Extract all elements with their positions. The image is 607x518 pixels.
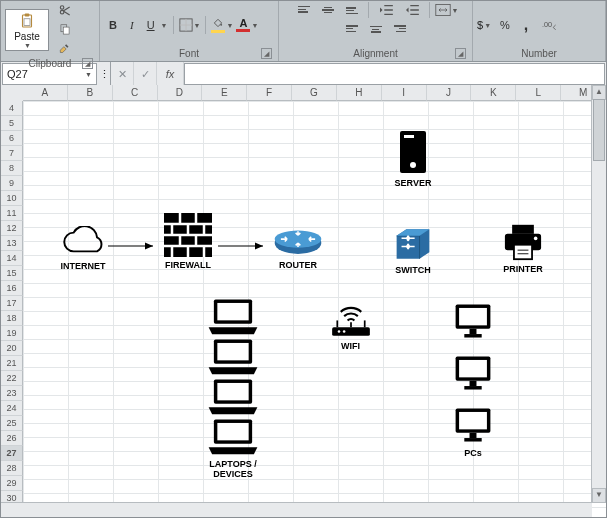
bold-button[interactable]: B — [104, 16, 122, 34]
row-header[interactable]: 28 — [1, 461, 23, 476]
row-header[interactable]: 18 — [1, 311, 23, 326]
column-headers[interactable]: ABCDEFGHIJKLM — [23, 85, 606, 101]
row-header[interactable]: 7 — [1, 146, 23, 161]
underline-button[interactable]: U — [142, 17, 160, 33]
cancel-formula-button[interactable]: ✕ — [111, 62, 134, 86]
align-center-button[interactable] — [365, 22, 387, 35]
row-header[interactable]: 26 — [1, 431, 23, 446]
number-group-label: Number — [521, 48, 557, 59]
row-header[interactable]: 29 — [1, 476, 23, 491]
column-header[interactable]: G — [292, 85, 337, 101]
merge-button[interactable]: ▼ — [435, 2, 459, 18]
scroll-down-arrow[interactable]: ▼ — [592, 488, 606, 503]
row-header[interactable]: 14 — [1, 251, 23, 266]
row-header[interactable]: 24 — [1, 401, 23, 416]
svg-rect-52 — [217, 383, 248, 400]
row-header[interactable]: 19 — [1, 326, 23, 341]
fill-color-button[interactable]: ▼ — [211, 16, 233, 34]
row-header[interactable]: 11 — [1, 206, 23, 221]
worksheet[interactable]: ABCDEFGHIJKLM 45678910111213141516171819… — [1, 85, 606, 517]
clipboard-dialog-launcher[interactable]: ◢ — [82, 58, 93, 69]
align-bottom-button[interactable] — [341, 2, 363, 18]
diagram-switch[interactable]: SWITCH — [386, 226, 440, 275]
scroll-thumb[interactable] — [593, 99, 605, 161]
diagram-internet[interactable]: INTERNET — [53, 226, 113, 271]
increase-indent-button[interactable] — [400, 2, 424, 18]
align-middle-button[interactable] — [317, 2, 339, 18]
format-painter-button[interactable] — [53, 40, 77, 58]
diagram-router[interactable]: ROUTER — [268, 229, 328, 270]
column-header[interactable]: D — [158, 85, 203, 101]
font-color-button[interactable]: A▼ — [236, 16, 258, 34]
diagram-server[interactable]: SERVER — [388, 129, 438, 188]
row-header[interactable]: 16 — [1, 281, 23, 296]
row-header[interactable]: 17 — [1, 296, 23, 311]
indent-icon — [405, 4, 419, 16]
accept-formula-button[interactable]: ✓ — [134, 62, 157, 86]
align-right-button[interactable] — [389, 22, 411, 35]
diagram-pcs[interactable]: PCs — [448, 301, 498, 458]
diagram-laptops[interactable]: LAPTOPS / DEVICES — [193, 296, 273, 479]
column-header[interactable]: E — [202, 85, 247, 101]
row-header[interactable]: 22 — [1, 371, 23, 386]
row-header[interactable]: 9 — [1, 176, 23, 191]
select-all-corner[interactable] — [1, 85, 24, 102]
font-dialog-launcher[interactable]: ◢ — [261, 48, 272, 59]
diagram-firewall[interactable]: FIREWALL — [158, 213, 218, 270]
row-header[interactable]: 23 — [1, 386, 23, 401]
increase-decimal-button[interactable]: .00 — [537, 17, 563, 33]
increase-decimal-icon: .00 — [542, 19, 558, 31]
svg-text:.00: .00 — [542, 20, 552, 29]
alignment-dialog-launcher[interactable]: ◢ — [455, 48, 466, 59]
svg-rect-60 — [459, 360, 487, 377]
scissors-icon — [58, 4, 72, 18]
diagram-printer[interactable]: PRINTER — [493, 223, 553, 274]
column-header[interactable]: B — [68, 85, 113, 101]
row-header[interactable]: 15 — [1, 266, 23, 281]
chevron-down-icon[interactable]: ▼ — [161, 22, 168, 29]
scroll-up-arrow[interactable]: ▲ — [592, 85, 606, 100]
row-header[interactable]: 12 — [1, 221, 23, 236]
align-left-button[interactable] — [341, 22, 363, 35]
row-header[interactable]: 21 — [1, 356, 23, 371]
comma-button[interactable]: , — [519, 14, 533, 36]
italic-button[interactable]: I — [125, 16, 139, 34]
fx-icon[interactable]: fx — [157, 62, 184, 86]
cut-button[interactable] — [53, 2, 77, 20]
svg-point-43 — [337, 330, 340, 333]
currency-button[interactable]: $▼ — [477, 19, 491, 31]
paintbrush-icon — [58, 42, 72, 56]
column-header[interactable]: H — [337, 85, 382, 101]
formula-input[interactable] — [184, 63, 605, 85]
decrease-indent-button[interactable] — [374, 2, 398, 18]
row-header[interactable]: 27 — [1, 446, 23, 461]
column-header[interactable]: A — [23, 85, 68, 101]
row-header[interactable]: 5 — [1, 116, 23, 131]
row-header[interactable]: 10 — [1, 191, 23, 206]
row-header[interactable]: 8 — [1, 161, 23, 176]
borders-button[interactable]: ▼ — [179, 16, 201, 34]
diagram-wifi[interactable]: WIFI — [323, 296, 378, 351]
column-header[interactable]: I — [382, 85, 427, 101]
row-header[interactable]: 4 — [1, 101, 23, 116]
horizontal-scrollbar[interactable] — [1, 502, 592, 517]
row-header[interactable]: 6 — [1, 131, 23, 146]
monitor-icon — [452, 405, 494, 445]
cell-grid[interactable]: INTERNET FIREWALL ROUTER SWIT — [23, 101, 606, 517]
column-header[interactable]: C — [113, 85, 158, 101]
row-headers[interactable]: 4567891011121314151617181920212223242526… — [1, 101, 23, 517]
column-header[interactable]: F — [247, 85, 292, 101]
row-header[interactable]: 20 — [1, 341, 23, 356]
paste-button[interactable]: Paste ▼ — [5, 9, 49, 51]
name-box-expand[interactable]: ⋮ — [98, 62, 111, 86]
column-header[interactable]: L — [516, 85, 561, 101]
column-header[interactable]: K — [471, 85, 516, 101]
vertical-scrollbar[interactable]: ▲ ▼ — [591, 85, 606, 503]
copy-button[interactable] — [53, 21, 77, 39]
svg-point-44 — [342, 330, 345, 333]
percent-button[interactable]: % — [495, 17, 515, 33]
row-header[interactable]: 13 — [1, 236, 23, 251]
align-top-button[interactable] — [293, 2, 315, 18]
row-header[interactable]: 25 — [1, 416, 23, 431]
column-header[interactable]: J — [427, 85, 472, 101]
